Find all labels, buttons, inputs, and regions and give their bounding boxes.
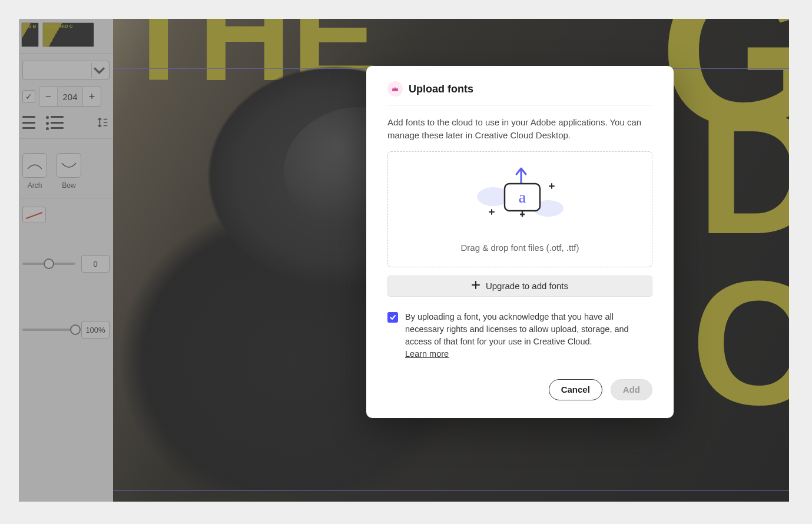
learn-more-link[interactable]: Learn more xyxy=(405,349,449,359)
canvas-guide xyxy=(19,490,789,491)
upgrade-button[interactable]: Upgrade to add fonts xyxy=(387,276,652,297)
acknowledge-checkbox[interactable] xyxy=(387,312,398,323)
font-dropzone[interactable]: a Drag & drop font files (.otf, .ttf) xyxy=(387,151,652,267)
opacity-slider[interactable] xyxy=(22,329,75,331)
editor-stage: THE G D C D G B THE G RID C xyxy=(19,19,789,502)
chevron-down-icon xyxy=(91,62,107,78)
font-size-value[interactable]: 204 xyxy=(57,87,83,106)
thumbnail-label: THE G RID C xyxy=(44,24,72,29)
fill-none-swatch[interactable] xyxy=(22,207,46,223)
dropzone-hint: Drag & drop font files (.otf, .ttf) xyxy=(461,243,579,253)
svg-text:a: a xyxy=(519,188,526,206)
properties-panel: D G B THE G RID C − 204 + xyxy=(19,19,113,502)
opacity-value[interactable]: 100% xyxy=(81,321,110,339)
art-text: D xyxy=(697,101,789,243)
letter-spacing-slider[interactable] xyxy=(22,263,75,265)
add-button[interactable]: Add xyxy=(611,379,652,400)
thumbnail-label: D G B xyxy=(23,24,36,29)
thumbnail[interactable]: THE G RID C xyxy=(42,22,94,47)
increase-button[interactable]: + xyxy=(83,87,101,106)
plus-icon xyxy=(472,281,480,291)
upload-illustration: a xyxy=(473,166,567,231)
slider-thumb[interactable] xyxy=(44,258,54,269)
upgrade-button-label: Upgrade to add fonts xyxy=(486,281,568,291)
upload-fonts-dialog: Upload fonts Add fonts to the cloud to u… xyxy=(366,66,674,418)
art-text: C xyxy=(691,272,789,413)
letter-spacing-value[interactable]: 0 xyxy=(81,255,110,273)
page-thumbnails[interactable]: D G B THE G RID C xyxy=(19,19,113,54)
font-family-select[interactable] xyxy=(22,61,110,79)
line-spacing-icon[interactable] xyxy=(95,116,110,129)
premium-crown-icon xyxy=(387,81,403,97)
font-size-stepper[interactable]: − 204 + xyxy=(39,87,101,107)
slider-thumb[interactable] xyxy=(70,324,81,335)
acknowledge-text: By uploading a font, you acknowledge tha… xyxy=(405,311,652,360)
thumbnail[interactable]: D G B xyxy=(21,22,39,47)
bullet-list-icon[interactable] xyxy=(51,116,64,129)
format-toggle[interactable] xyxy=(22,90,35,103)
cancel-button[interactable]: Cancel xyxy=(549,379,602,400)
dialog-title: Upload fonts xyxy=(409,83,473,95)
decrease-button[interactable]: − xyxy=(39,87,57,106)
dialog-description: Add fonts to the cloud to use in your Ad… xyxy=(387,116,652,142)
shape-label: Arch xyxy=(28,181,42,190)
acknowledge-body: By uploading a font, you acknowledge tha… xyxy=(405,312,629,346)
align-list-icon[interactable] xyxy=(22,116,35,129)
text-shape-bow[interactable] xyxy=(57,153,81,178)
text-shape-arch[interactable] xyxy=(22,153,47,178)
shape-label: Bow xyxy=(62,181,75,190)
